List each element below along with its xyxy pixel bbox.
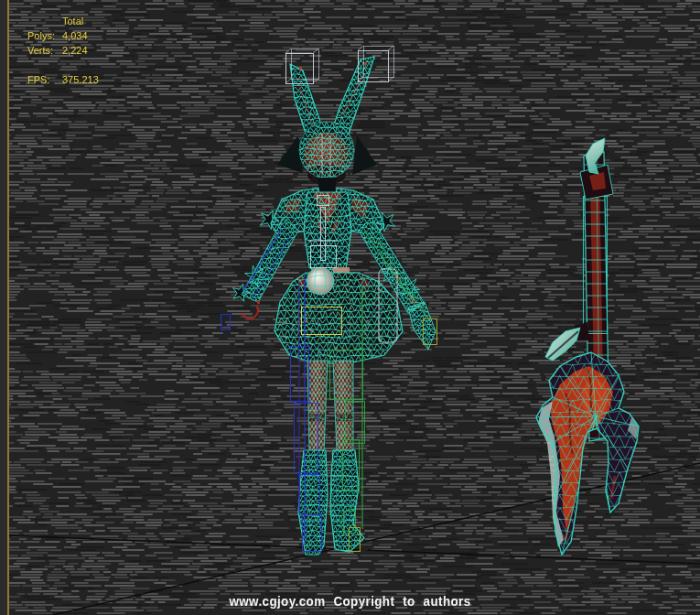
viewport-canvas[interactable] (0, 0, 700, 615)
viewport[interactable]: Total Polys: 4,034 Verts: 2,224 FPS: 375… (0, 0, 700, 615)
watermark: www.cgjoy.com Copyright to authors (14, 594, 685, 609)
viewport-active-border (7, 0, 9, 615)
left-panel-edge (0, 0, 7, 615)
